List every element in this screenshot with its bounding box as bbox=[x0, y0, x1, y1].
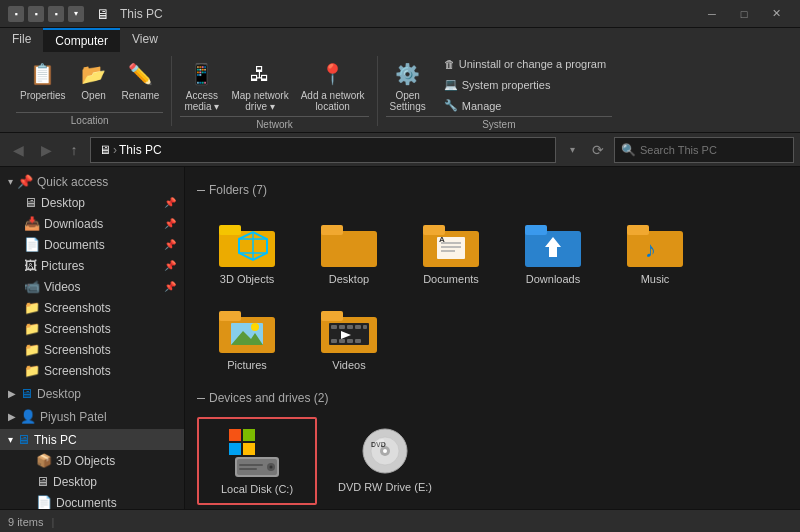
svg-point-60 bbox=[383, 449, 387, 453]
screenshots-1-icon: 📁 bbox=[24, 300, 40, 315]
sidebar-item-pictures[interactable]: 🖼 Pictures 📌 bbox=[0, 255, 184, 276]
svg-rect-42 bbox=[339, 339, 345, 343]
thispc-section-header[interactable]: ▾ 🖥 This PC bbox=[0, 429, 184, 450]
documents-icon: 📄 bbox=[24, 237, 40, 252]
folder-music-label: Music bbox=[641, 273, 670, 285]
uninstall-button[interactable]: 🗑 Uninstall or change a program bbox=[438, 56, 612, 72]
downloads-pin-icon: 📌 bbox=[164, 218, 176, 229]
quick-access-icon: 📌 bbox=[17, 174, 33, 189]
map-drive-button[interactable]: 🖧 Map networkdrive ▾ bbox=[227, 56, 292, 114]
manage-label: Manage bbox=[462, 100, 502, 112]
documents-sub-label: Documents bbox=[56, 496, 117, 510]
window-icon: 🖥 bbox=[96, 6, 110, 22]
open-label: Open bbox=[81, 90, 105, 101]
tab-view[interactable]: View bbox=[120, 28, 170, 52]
screenshots-4-icon: 📁 bbox=[24, 363, 40, 378]
pictures-pin-icon: 📌 bbox=[164, 260, 176, 271]
network-group-label: Network bbox=[180, 116, 368, 130]
folder-videos[interactable]: Videos bbox=[299, 295, 399, 379]
system-props-label: System properties bbox=[462, 79, 551, 91]
close-button[interactable]: ✕ bbox=[760, 0, 792, 28]
drive-local-c[interactable]: Local Disk (C:) bbox=[197, 417, 317, 505]
sidebar-item-screenshots-4[interactable]: 📁 Screenshots bbox=[0, 360, 184, 381]
drives-grid: Local Disk (C:) DVD bbox=[193, 413, 792, 509]
search-icon: 🔍 bbox=[621, 143, 636, 157]
tab-computer[interactable]: Computer bbox=[43, 28, 120, 52]
system-group-label: System bbox=[386, 116, 613, 130]
svg-rect-43 bbox=[347, 339, 353, 343]
sidebar-item-screenshots-3[interactable]: 📁 Screenshots bbox=[0, 339, 184, 360]
desktop-section-header[interactable]: ▶ 🖥 Desktop bbox=[0, 383, 184, 404]
folder-documents[interactable]: A Documents bbox=[401, 209, 501, 293]
sidebar-item-videos[interactable]: 📹 Videos 📌 bbox=[0, 276, 184, 297]
drive-local-c-icon bbox=[225, 427, 289, 479]
search-box[interactable]: 🔍 bbox=[614, 137, 794, 163]
dropdown-button[interactable]: ▾ bbox=[560, 138, 584, 162]
maximize-button[interactable]: □ bbox=[728, 0, 760, 28]
manage-button[interactable]: 🔧 Manage bbox=[438, 97, 612, 114]
thispc-section-arrow: ▾ bbox=[8, 434, 13, 445]
minimize-button[interactable]: ─ bbox=[696, 0, 728, 28]
folder-downloads-label: Downloads bbox=[526, 273, 580, 285]
properties-button[interactable]: 📋 Properties bbox=[16, 56, 70, 103]
drive-local-c-label: Local Disk (C:) bbox=[221, 483, 293, 495]
folder-pictures[interactable]: Pictures bbox=[197, 295, 297, 379]
path-separator: › bbox=[113, 143, 117, 157]
system-properties-button[interactable]: 💻 System properties bbox=[438, 76, 612, 93]
refresh-button[interactable]: ⟳ bbox=[586, 138, 610, 162]
pictures-label: Pictures bbox=[41, 259, 84, 273]
search-input[interactable] bbox=[640, 144, 787, 156]
svg-rect-38 bbox=[347, 325, 353, 329]
quick-access-icon-2[interactable]: ▪ bbox=[28, 6, 44, 22]
desktop-label: Desktop bbox=[41, 196, 85, 210]
drive-dvd-e[interactable]: DVD DVD RW Drive (E:) bbox=[325, 417, 445, 505]
screenshots-3-icon: 📁 bbox=[24, 342, 40, 357]
pictures-icon: 🖼 bbox=[24, 258, 37, 273]
sidebar-item-desktop[interactable]: 🖥 Desktop 📌 bbox=[0, 192, 184, 213]
videos-pin-icon: 📌 bbox=[164, 281, 176, 292]
folder-music[interactable]: ♪ Music bbox=[605, 209, 705, 293]
rename-button[interactable]: ✏️ Rename bbox=[118, 56, 164, 103]
address-bar: ◀ ▶ ↑ 🖥 › This PC ▾ ⟳ 🔍 bbox=[0, 133, 800, 167]
quick-access-icon-1[interactable]: ▪ bbox=[8, 6, 24, 22]
sidebar-item-documents-sub[interactable]: 📄 Documents bbox=[0, 492, 184, 509]
quick-access-icon-dropdown[interactable]: ▾ bbox=[68, 6, 84, 22]
sidebar-item-screenshots-2[interactable]: 📁 Screenshots bbox=[0, 318, 184, 339]
add-location-button[interactable]: 📍 Add a networklocation bbox=[297, 56, 369, 114]
quick-access-icon-3[interactable]: ▪ bbox=[48, 6, 64, 22]
screenshots-2-label: Screenshots bbox=[44, 322, 111, 336]
folder-downloads[interactable]: Downloads bbox=[503, 209, 603, 293]
uninstall-icon: 🗑 bbox=[444, 58, 455, 70]
main-layout: ▾ 📌 Quick access 🖥 Desktop 📌 📥 Downloads… bbox=[0, 167, 800, 509]
add-location-icon: 📍 bbox=[317, 58, 349, 90]
desktop-sub-icon: 🖥 bbox=[36, 474, 49, 489]
open-settings-label: OpenSettings bbox=[390, 90, 426, 112]
documents-sub-icon: 📄 bbox=[36, 495, 52, 509]
sidebar-item-3dobjects[interactable]: 📦 3D Objects bbox=[0, 450, 184, 471]
back-button[interactable]: ◀ bbox=[6, 138, 30, 162]
svg-text:♪: ♪ bbox=[645, 237, 656, 262]
sidebar-item-screenshots-1[interactable]: 📁 Screenshots bbox=[0, 297, 184, 318]
ribbon-group-network: 📱 Accessmedia ▾ 🖧 Map networkdrive ▾ 📍 A… bbox=[172, 56, 377, 126]
user-section-header[interactable]: ▶ 👤 Piyush Patel bbox=[0, 406, 184, 427]
settings-icon: ⚙️ bbox=[392, 58, 424, 90]
forward-button[interactable]: ▶ bbox=[34, 138, 58, 162]
sidebar-item-downloads[interactable]: 📥 Downloads 📌 bbox=[0, 213, 184, 234]
open-settings-button[interactable]: ⚙️ OpenSettings bbox=[386, 56, 430, 114]
open-button[interactable]: 📂 Open bbox=[74, 56, 114, 103]
quick-access-header[interactable]: ▾ 📌 Quick access bbox=[0, 171, 184, 192]
titlebar-quick-access: ▪ ▪ ▪ ▾ bbox=[8, 6, 84, 22]
videos-label: Videos bbox=[44, 280, 80, 294]
address-path[interactable]: 🖥 › This PC bbox=[90, 137, 556, 163]
drives-section-label: Devices and drives (2) bbox=[209, 391, 328, 405]
up-button[interactable]: ↑ bbox=[62, 138, 86, 162]
item-count: 9 items bbox=[8, 516, 43, 528]
tab-file[interactable]: File bbox=[0, 28, 43, 52]
svg-text:A: A bbox=[439, 235, 445, 244]
sidebar-item-documents[interactable]: 📄 Documents 📌 bbox=[0, 234, 184, 255]
folder-3dobjects-icon bbox=[217, 217, 277, 269]
folder-desktop[interactable]: Desktop bbox=[299, 209, 399, 293]
access-media-button[interactable]: 📱 Accessmedia ▾ bbox=[180, 56, 223, 114]
sidebar-item-desktop-sub[interactable]: 🖥 Desktop bbox=[0, 471, 184, 492]
folder-3dobjects[interactable]: 3D Objects bbox=[197, 209, 297, 293]
